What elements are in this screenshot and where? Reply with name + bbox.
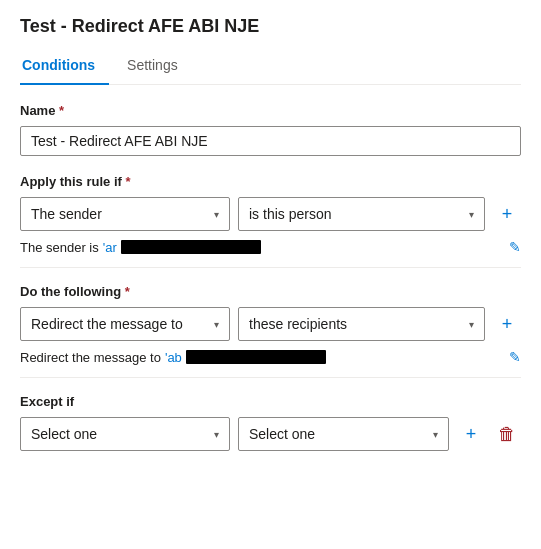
do-following-dropdown2[interactable]: these recipients ▾ xyxy=(238,307,485,341)
do-following-dropdown2-chevron: ▾ xyxy=(469,319,474,330)
do-following-add-button[interactable]: + xyxy=(493,310,521,338)
apply-rule-section: Apply this rule if The sender ▾ is this … xyxy=(20,174,521,268)
do-following-dropdown2-value: these recipients xyxy=(249,316,347,332)
except-dropdown2-chevron: ▾ xyxy=(433,429,438,440)
do-following-redacted xyxy=(186,350,326,364)
do-following-edit-icon[interactable]: ✎ xyxy=(509,349,521,365)
do-following-info-link[interactable]: 'ab xyxy=(165,350,182,365)
apply-rule-add-button[interactable]: + xyxy=(493,200,521,228)
except-dropdown2[interactable]: Select one ▾ xyxy=(238,417,449,451)
apply-rule-dropdown2-chevron: ▾ xyxy=(469,209,474,220)
except-delete-button[interactable]: 🗑 xyxy=(493,420,521,448)
do-following-dropdown1[interactable]: Redirect the message to ▾ xyxy=(20,307,230,341)
apply-rule-dropdown1[interactable]: The sender ▾ xyxy=(20,197,230,231)
tab-bar: Conditions Settings xyxy=(20,49,521,85)
except-dropdown1[interactable]: Select one ▾ xyxy=(20,417,230,451)
name-label: Name xyxy=(20,103,521,118)
do-following-section: Do the following Redirect the message to… xyxy=(20,284,521,378)
except-dropdown2-value: Select one xyxy=(249,426,315,442)
apply-rule-label: Apply this rule if xyxy=(20,174,521,189)
do-following-info-prefix: Redirect the message to xyxy=(20,350,161,365)
apply-rule-dropdown1-chevron: ▾ xyxy=(214,209,219,220)
do-following-label: Do the following xyxy=(20,284,521,299)
do-following-dropdown1-value: Redirect the message to xyxy=(31,316,183,332)
apply-rule-dropdown2[interactable]: is this person ▾ xyxy=(238,197,485,231)
except-dropdown1-value: Select one xyxy=(31,426,97,442)
apply-rule-edit-icon[interactable]: ✎ xyxy=(509,239,521,255)
apply-rule-info-prefix: The sender is xyxy=(20,240,99,255)
except-dropdown1-chevron: ▾ xyxy=(214,429,219,440)
apply-rule-redacted xyxy=(121,240,261,254)
name-input[interactable] xyxy=(20,126,521,156)
do-following-dropdown1-chevron: ▾ xyxy=(214,319,219,330)
apply-rule-dropdown1-value: The sender xyxy=(31,206,102,222)
page-title: Test - Redirect AFE ABI NJE xyxy=(20,16,521,37)
apply-rule-row: The sender ▾ is this person ▾ + xyxy=(20,197,521,231)
except-row: Select one ▾ Select one ▾ + 🗑 xyxy=(20,417,521,451)
do-following-row: Redirect the message to ▾ these recipien… xyxy=(20,307,521,341)
do-following-info: Redirect the message to 'ab ✎ xyxy=(20,349,521,378)
except-label: Except if xyxy=(20,394,521,409)
tab-conditions[interactable]: Conditions xyxy=(20,49,109,85)
apply-rule-info-link[interactable]: 'ar xyxy=(103,240,117,255)
name-section: Name xyxy=(20,103,521,174)
except-section: Except if Select one ▾ Select one ▾ + 🗑 xyxy=(20,394,521,451)
except-add-button[interactable]: + xyxy=(457,420,485,448)
apply-rule-info: The sender is 'ar ✎ xyxy=(20,239,521,268)
tab-settings[interactable]: Settings xyxy=(125,49,192,85)
apply-rule-dropdown2-value: is this person xyxy=(249,206,331,222)
